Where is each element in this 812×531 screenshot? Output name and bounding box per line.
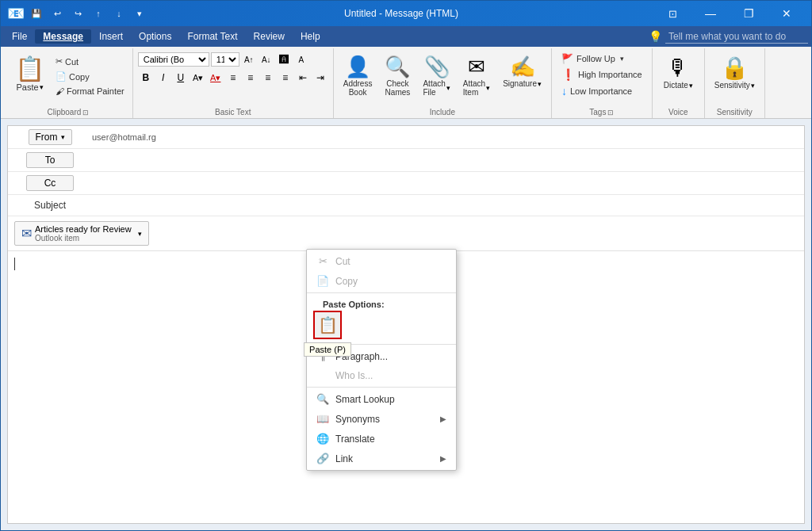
tags-buttons: 🚩 Follow Up ▾ ❗ High Importance ↓ Low Im… <box>557 52 647 99</box>
copy-icon: 📄 <box>56 71 67 82</box>
paste-button[interactable]: 📋 Paste ▾ <box>9 52 51 95</box>
copy-button[interactable]: 📄 Copy <box>52 70 128 83</box>
paste-option-button[interactable]: 📋 Paste (P) <box>313 311 342 339</box>
attachment-item[interactable]: ✉ Articles ready for Review Outlook item… <box>14 221 149 246</box>
sensitivity-icon: 🔒 <box>721 55 749 81</box>
menu-insert[interactable]: Insert <box>91 29 131 44</box>
ctx-paragraph[interactable]: ¶ Paragraph... <box>307 346 456 366</box>
to-button[interactable]: To <box>26 152 74 168</box>
text-effects-icon[interactable]: A <box>293 52 309 67</box>
qat-save[interactable]: 💾 <box>28 5 45 22</box>
align-left-icon[interactable]: ≡ <box>225 70 241 86</box>
maximize-button[interactable]: ❐ <box>730 1 767 26</box>
font-color-button[interactable]: A▾ <box>208 70 224 86</box>
high-importance-icon: ❗ <box>561 68 575 81</box>
address-book-icon: 👤 <box>345 55 370 79</box>
qat-dropdown[interactable]: ▾ <box>131 5 148 22</box>
bold-button[interactable]: B <box>138 70 154 86</box>
qat-redo[interactable]: ↪ <box>69 5 86 22</box>
menu-help[interactable]: Help <box>293 29 328 44</box>
sensitivity-dropdown-icon[interactable]: ▾ <box>751 82 755 90</box>
dictate-dropdown-icon[interactable]: ▾ <box>689 82 693 90</box>
close-button[interactable]: ✕ <box>768 1 805 26</box>
ctx-paragraph-label: Paragraph... <box>335 351 388 362</box>
attachment-bar: ✉ Articles ready for Review Outlook item… <box>8 216 804 251</box>
text-cursor <box>14 258 15 270</box>
ctx-synonyms[interactable]: 📖 Synonyms ▶ <box>307 409 456 429</box>
attachment-dropdown-icon[interactable]: ▾ <box>138 230 142 238</box>
tags-group-label: Tags ⊡ <box>557 106 647 118</box>
tags-expander-icon[interactable]: ⊡ <box>607 109 614 117</box>
attach-file-button[interactable]: 📎 AttachFile ▾ <box>418 52 454 100</box>
tell-me-search[interactable]: 💡 <box>649 30 808 44</box>
signature-button[interactable]: ✍ Signature ▾ <box>498 52 546 91</box>
from-button[interactable]: From ▾ <box>29 129 72 145</box>
format-painter-button[interactable]: 🖌 Format Painter <box>52 85 128 97</box>
italic-button[interactable]: I <box>155 70 171 86</box>
follow-up-dropdown-icon[interactable]: ▾ <box>620 55 624 63</box>
clear-format-icon[interactable]: 🅰 <box>276 52 292 67</box>
signature-label: Signature <box>503 79 537 88</box>
paste-dropdown-icon[interactable]: ▾ <box>40 83 44 91</box>
from-dropdown-icon[interactable]: ▾ <box>61 133 65 141</box>
highlight-button[interactable]: A▾ <box>190 70 206 86</box>
compose-area: From ▾ user@hotmail.rg To Cc <box>7 125 805 524</box>
tell-me-input[interactable] <box>665 30 808 44</box>
cut-button[interactable]: ✂ Cut <box>52 55 128 68</box>
attach-item-dropdown-icon[interactable]: ▾ <box>486 84 490 92</box>
follow-up-button[interactable]: 🚩 Follow Up ▾ <box>557 52 647 66</box>
align-right-icon[interactable]: ≡ <box>260 70 276 86</box>
voice-group-label: Voice <box>657 106 699 118</box>
title-bar-left: 📧 💾 ↩ ↪ ↑ ↓ ▾ <box>7 5 148 22</box>
ribbon: 📋 Paste ▾ ✂ Cut <box>1 47 811 119</box>
low-importance-icon: ↓ <box>561 85 567 97</box>
ctx-cut: ✂ Cut <box>307 251 456 271</box>
menu-format-text[interactable]: Format Text <box>179 29 245 44</box>
indent-increase-icon[interactable]: ⇥ <box>312 70 328 86</box>
cc-input[interactable] <box>86 176 798 190</box>
menu-review[interactable]: Review <box>246 29 293 44</box>
address-book-button[interactable]: 👤 AddressBook <box>339 52 377 100</box>
ctx-link[interactable]: 🔗 Link ▶ <box>307 449 456 468</box>
address-book-label: AddressBook <box>343 79 373 97</box>
underline-button[interactable]: U <box>173 70 189 86</box>
font-select[interactable]: Calibri (Bo <box>138 52 209 67</box>
font-size-select[interactable]: 11 <box>211 52 239 67</box>
qat-undo[interactable]: ↩ <box>48 5 66 22</box>
minimize-button[interactable]: — <box>692 1 729 26</box>
from-label: From <box>36 132 58 143</box>
attach-file-dropdown-icon[interactable]: ▾ <box>446 84 450 92</box>
app-icon: 📧 <box>7 5 25 22</box>
align-center-icon[interactable]: ≡ <box>243 70 259 86</box>
ctx-translate-label: Translate <box>335 434 375 445</box>
to-input[interactable] <box>86 153 798 167</box>
ctx-who-is-label: Who Is... <box>335 370 373 381</box>
qat-up[interactable]: ↑ <box>90 5 107 22</box>
ctx-smart-lookup[interactable]: 🔍 Smart Lookup <box>307 389 456 409</box>
ctx-synonyms-label: Synonyms <box>335 414 380 425</box>
attach-item-button[interactable]: ✉ AttachItem ▾ <box>458 52 495 100</box>
menu-options[interactable]: Options <box>131 29 179 44</box>
shrink-font-icon[interactable]: A↓ <box>259 52 274 67</box>
signature-dropdown-icon[interactable]: ▾ <box>538 80 542 88</box>
indent-decrease-icon[interactable]: ⇤ <box>295 70 311 86</box>
ctx-translate[interactable]: 🌐 Translate <box>307 429 456 449</box>
high-importance-button[interactable]: ❗ High Importance <box>557 67 647 82</box>
restore-window-button[interactable]: ⊡ <box>654 1 691 26</box>
ribbon-group-basic-text: Calibri (Bo 11 A↑ A↓ 🅰 A B I U <box>133 48 334 118</box>
cc-button[interactable]: Cc <box>26 175 74 191</box>
subject-input[interactable] <box>86 198 798 212</box>
justify-icon[interactable]: ≡ <box>278 70 293 86</box>
cut-label: Cut <box>65 57 79 67</box>
grow-font-icon[interactable]: A↑ <box>241 52 257 67</box>
menu-message[interactable]: Message <box>35 29 91 44</box>
cut-ctx-icon: ✂ <box>316 255 329 267</box>
ctx-smart-lookup-label: Smart Lookup <box>335 394 395 405</box>
dictate-button[interactable]: 🎙 Dictate ▾ <box>657 52 699 93</box>
clipboard-expander-icon[interactable]: ⊡ <box>82 109 89 117</box>
menu-file[interactable]: File <box>4 29 35 44</box>
check-names-button[interactable]: 🔍 CheckNames <box>380 52 415 100</box>
sensitivity-button[interactable]: 🔒 Sensitivity ▾ <box>710 52 760 93</box>
low-importance-button[interactable]: ↓ Low Importance <box>557 83 647 99</box>
qat-down[interactable]: ↓ <box>110 5 128 22</box>
